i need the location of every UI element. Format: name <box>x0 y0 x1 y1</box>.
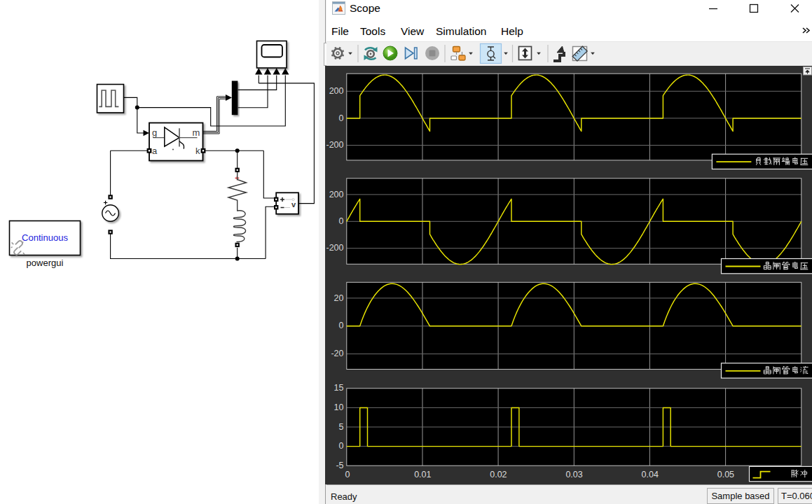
svg-text:powergui: powergui <box>27 258 64 268</box>
svg-text:0.05: 0.05 <box>717 470 734 479</box>
svg-text:-5: -5 <box>336 461 343 470</box>
svg-text:15: 15 <box>334 383 344 393</box>
svg-text:0: 0 <box>339 441 344 451</box>
svg-text:0.02: 0.02 <box>490 470 507 479</box>
svg-text:-200: -200 <box>326 243 343 253</box>
svg-text:0: 0 <box>345 470 350 479</box>
svg-text:v: v <box>291 200 296 209</box>
svg-text:20: 20 <box>334 293 344 303</box>
svg-text:Continuous: Continuous <box>22 232 68 243</box>
svg-text:200: 200 <box>329 86 344 96</box>
svg-text:-200: -200 <box>326 140 343 150</box>
svg-text:0.04: 0.04 <box>642 470 659 479</box>
svg-text:m: m <box>193 127 200 138</box>
svg-text:5: 5 <box>339 422 344 432</box>
svg-text:0: 0 <box>339 216 344 226</box>
svg-text:g: g <box>152 127 157 138</box>
svg-text:k: k <box>195 146 200 156</box>
svg-text:0: 0 <box>339 321 344 330</box>
svg-text:0: 0 <box>339 113 344 123</box>
svg-text:0.03: 0.03 <box>565 470 582 479</box>
svg-text:10: 10 <box>334 402 344 412</box>
svg-text:0.01: 0.01 <box>414 470 431 479</box>
svg-text:-20: -20 <box>331 349 343 358</box>
svg-text:200: 200 <box>329 190 344 200</box>
svg-text:a: a <box>152 146 158 156</box>
